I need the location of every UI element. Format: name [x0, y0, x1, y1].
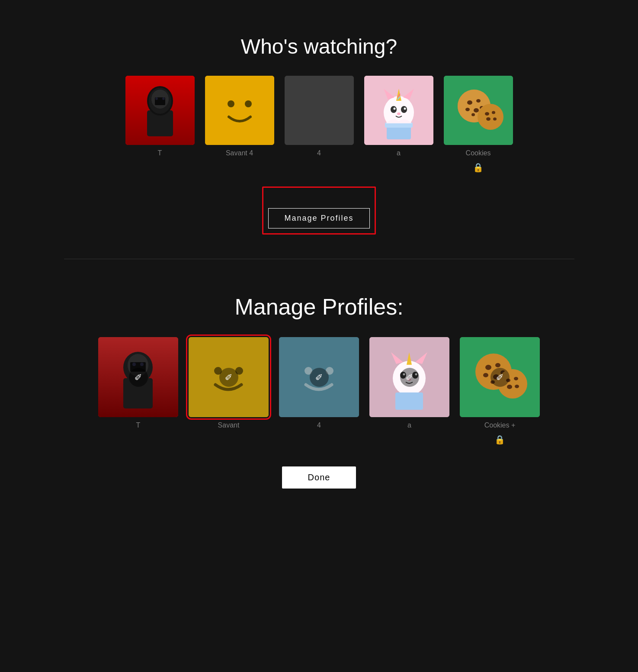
whos-watching-title: Who's watching?	[241, 35, 397, 58]
svg-point-8	[162, 97, 165, 100]
edit-overlay-2: ✏	[219, 368, 238, 387]
svg-point-20	[404, 108, 406, 110]
svg-point-11	[245, 100, 252, 107]
profile-item-2[interactable]: Savant 4	[205, 76, 274, 159]
manage-profile-name-3: 4	[317, 421, 321, 431]
manage-profile-name-4: a	[407, 421, 411, 431]
profile-name-5: Cookies	[466, 149, 491, 159]
profile-item-5[interactable]: Cookies 🔒	[444, 76, 513, 173]
manage-profiles-section: Manage Profiles:	[0, 268, 638, 514]
svg-point-33	[474, 108, 479, 113]
manage-profile-name-1: T	[136, 421, 141, 431]
manage-profile-name-5: Cookies +	[484, 421, 516, 431]
svg-point-36	[478, 104, 503, 130]
lock-icon-manage-5: 🔒	[494, 434, 505, 445]
svg-point-78	[515, 385, 519, 388]
manage-profile-item-1[interactable]: ✏ T	[98, 337, 178, 431]
svg-point-37	[485, 112, 489, 116]
manage-profiles-title: Manage Profiles:	[234, 294, 403, 320]
edit-overlay-3: ✏	[310, 368, 329, 387]
manage-profile-name-2: Savant	[218, 421, 240, 431]
lock-icon-5: 🔒	[473, 162, 484, 173]
profile-avatar-4[interactable]	[364, 76, 433, 145]
edit-overlay-5: ✏	[491, 368, 510, 387]
done-button[interactable]: Done	[282, 466, 356, 489]
edit-overlay-1: ✏	[129, 368, 148, 387]
svg-point-32	[465, 108, 470, 111]
svg-point-31	[476, 99, 481, 103]
svg-point-40	[493, 118, 497, 121]
manage-profile-item-3[interactable]: ✏ 4	[279, 337, 359, 431]
profile-avatar-1[interactable]	[125, 76, 195, 145]
manage-profile-avatar-5[interactable]: ✏	[460, 337, 540, 417]
profile-item-3[interactable]: 4	[285, 76, 354, 159]
svg-rect-12	[285, 76, 354, 145]
profile-name-1: T	[158, 149, 162, 159]
svg-point-39	[486, 117, 491, 121]
svg-point-77	[507, 385, 512, 389]
svg-point-10	[228, 100, 234, 107]
svg-point-19	[393, 108, 395, 110]
profile-name-4: a	[397, 149, 401, 159]
svg-point-68	[485, 365, 491, 370]
manage-profiles-row: ✏ T ✏ Savant	[98, 337, 540, 445]
profile-avatar-3[interactable]	[285, 76, 354, 145]
svg-point-38	[492, 111, 495, 114]
svg-point-7	[155, 97, 158, 100]
svg-point-17	[391, 106, 397, 113]
manage-profile-item-4[interactable]: ✏ a	[369, 337, 449, 431]
manage-profile-avatar-3[interactable]: ✏	[279, 337, 359, 417]
svg-point-70	[483, 373, 488, 377]
manage-profile-item-2[interactable]: ✏ Savant	[189, 337, 269, 431]
edit-overlay-4: ✏	[400, 368, 419, 387]
profile-name-3: 4	[317, 149, 321, 159]
profile-item-1[interactable]: T	[125, 76, 195, 159]
section-divider	[64, 259, 574, 259]
svg-point-18	[401, 106, 407, 113]
manage-profile-avatar-2[interactable]: ✏	[189, 337, 269, 417]
manage-profile-item-5[interactable]: ✏ Cookies + 🔒	[460, 337, 540, 445]
svg-point-21	[397, 113, 401, 115]
profile-avatar-5[interactable]	[444, 76, 513, 145]
svg-rect-64	[395, 392, 423, 410]
profile-item-4[interactable]: a	[364, 76, 433, 159]
manage-profiles-button[interactable]: Manage Profiles	[268, 208, 369, 228]
profiles-row-top: T Savant 4 4	[125, 76, 513, 173]
svg-point-76	[514, 377, 518, 380]
profile-avatar-2[interactable]	[205, 76, 274, 145]
svg-point-34	[471, 113, 475, 116]
manage-profile-avatar-4[interactable]: ✏	[369, 337, 449, 417]
svg-point-30	[467, 100, 472, 105]
svg-point-47	[132, 363, 136, 366]
svg-rect-9	[205, 76, 274, 145]
manage-profiles-btn-wrapper: Manage Profiles	[264, 188, 374, 233]
manage-profile-avatar-1[interactable]: ✏	[98, 337, 178, 417]
profile-name-2: Savant 4	[226, 149, 253, 159]
svg-point-69	[495, 363, 500, 367]
whos-watching-section: Who's watching?	[0, 0, 638, 233]
svg-point-48	[140, 363, 144, 366]
